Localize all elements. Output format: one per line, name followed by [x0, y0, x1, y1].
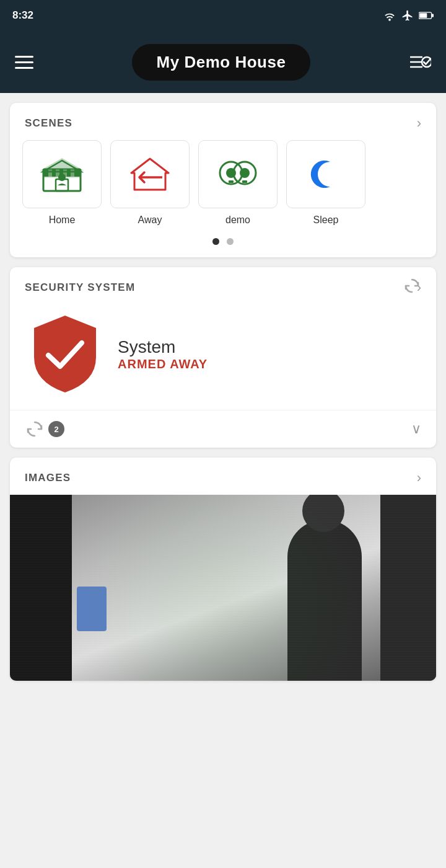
security-bottom-bar: 2 ∨	[10, 410, 436, 448]
svg-point-15	[58, 174, 66, 181]
svg-rect-1	[419, 13, 427, 18]
scenes-card: SCENES ›	[10, 103, 436, 257]
svg-rect-25	[242, 180, 247, 183]
security-shield	[25, 311, 105, 397]
svg-point-24	[240, 168, 250, 178]
main-content: SCENES ›	[0, 93, 446, 681]
scenes-title: SCENES	[25, 117, 72, 130]
scene-demo[interactable]: demo	[198, 140, 278, 226]
security-badge-refresh[interactable]: 2	[25, 419, 64, 439]
airplane-icon	[401, 9, 414, 22]
images-header: IMAGES ›	[10, 458, 436, 495]
security-title: SECURITY SYSTEM	[25, 281, 135, 294]
camera-feed[interactable]	[10, 495, 436, 681]
battery-icon	[419, 11, 434, 20]
scene-pagination-dots	[10, 236, 436, 257]
images-chevron[interactable]: ›	[417, 470, 421, 486]
checklist-button[interactable]	[409, 53, 431, 71]
top-nav: My Demo House	[0, 31, 446, 93]
wifi-icon	[383, 10, 396, 21]
security-refresh-button[interactable]	[403, 277, 421, 299]
security-expand-button[interactable]: ∨	[411, 421, 421, 437]
scene-home-icon-box	[22, 140, 102, 208]
svg-rect-2	[432, 14, 434, 17]
scene-demo-icon-box	[198, 140, 278, 208]
home-scene-icon	[40, 156, 84, 193]
scene-sleep[interactable]: Sleep	[286, 140, 365, 226]
shield-icon	[25, 311, 105, 397]
scene-home-label: Home	[49, 215, 76, 226]
scene-home[interactable]: Home	[22, 140, 102, 226]
hamburger-menu[interactable]	[15, 56, 33, 69]
status-bar: 8:32	[0, 0, 446, 31]
svg-marker-18	[131, 159, 168, 190]
images-title: IMAGES	[25, 472, 71, 484]
house-title[interactable]: My Demo House	[132, 44, 311, 81]
scene-away-label: Away	[138, 215, 162, 226]
scenes-grid: Home Away	[10, 140, 436, 236]
scenes-header: SCENES ›	[10, 103, 436, 140]
dot-2[interactable]	[227, 238, 234, 245]
security-text: System ARMED AWAY	[118, 337, 208, 371]
security-badge-count: 2	[48, 421, 64, 437]
away-scene-icon	[128, 156, 172, 193]
scene-sleep-icon-box	[286, 140, 365, 208]
dot-1[interactable]	[212, 238, 219, 245]
scene-sleep-label: Sleep	[313, 215, 339, 226]
status-icons	[383, 9, 434, 22]
svg-rect-22	[229, 180, 234, 183]
scenes-chevron[interactable]: ›	[417, 115, 421, 131]
security-header: SECURITY SYSTEM ›	[10, 267, 436, 304]
camera-background	[10, 495, 436, 681]
status-time: 8:32	[12, 9, 33, 22]
security-system-name: System	[118, 337, 208, 357]
security-card: SECURITY SYSTEM ›	[10, 267, 436, 448]
scene-away-icon-box	[110, 140, 190, 208]
security-status-text: ARMED AWAY	[118, 357, 208, 371]
sleep-scene-icon	[304, 156, 348, 193]
scene-away[interactable]: Away	[110, 140, 190, 226]
camera-noise	[10, 495, 436, 681]
images-card: IMAGES ›	[10, 458, 436, 681]
scene-demo-label: demo	[225, 215, 250, 226]
security-content: System ARMED AWAY	[10, 304, 436, 410]
demo-scene-icon	[216, 156, 260, 193]
